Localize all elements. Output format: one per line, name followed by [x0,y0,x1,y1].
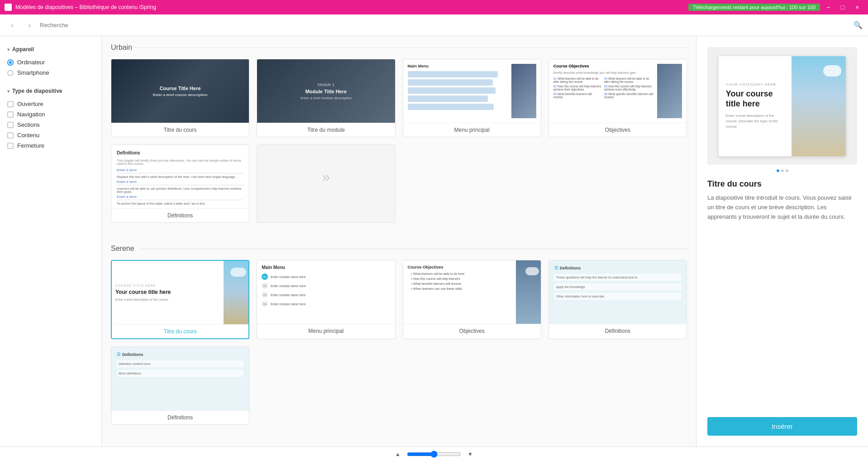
type-section-title[interactable]: ▾ Type de diapositive [0,85,101,97]
template-urban-menu[interactable]: Main Menu Menu principal [403,59,541,137]
urban-module-text: Module Title Here [305,89,347,94]
sidebar-item-smartphone[interactable]: Smartphone [7,67,94,78]
urban-module-subtext: Enter a brief module description [300,96,352,100]
template-serene-course[interactable]: COURSE TITLE HERE Your course title here… [111,260,249,339]
fermeture-label: Fermeture [17,142,44,149]
sidebar-item-navigation[interactable]: Navigation [7,109,94,120]
preview-slide-title: Titre du cours [707,179,857,189]
template-urban-obj[interactable]: Course Objectives Briefly describe what … [548,59,687,137]
urban-obj-title-text: Course Objectives [553,64,653,68]
sidebar-item-fermeture[interactable]: Fermeture [7,140,94,151]
template-urban-module[interactable]: Module 1 Module Title Here Enter a brief… [257,59,395,137]
checkbox-fermeture [7,143,14,149]
titlebar: Modèles de diapositives – Bibliothèque d… [0,0,868,14]
serene-course-title-text: Your course title here [115,289,220,296]
template-serene-defs[interactable]: ☰ Definitions These questions will help … [548,260,687,339]
urban-module-tag: Module 1 [318,82,334,87]
urban-menu-title-text: Main Menu [408,64,508,68]
statusbar: ▲ ▼ [0,447,868,461]
serene-course-label: Titre du cours [112,324,248,338]
dot-2 [781,169,784,172]
checkbox-contenu [7,132,14,139]
urbain-grid: Course Title Here Enter a brief course d… [111,59,687,223]
template-serene-menu[interactable]: Main Menu 01 Enter module name here 02 E… [257,260,395,339]
serene-obj-title-text: Course Objectives [408,265,511,269]
serene-course-sub-text: Enter a brief description of the course. [115,298,220,301]
radio-ordinateur [7,59,14,66]
titlebar-right: Téléchargements restant pour aujourd'hui… [688,1,863,14]
urban-defs-title-text: Definitions [117,150,243,155]
type-label: Type de diapositive [12,88,62,94]
app-title: Modèles de diapositives – Bibliothèque d… [15,4,156,10]
search-icon: 🔍 [854,21,863,29]
serene-menu-thumb: Main Menu 01 Enter module name here 02 E… [257,260,395,324]
serene-menu-label: Menu principal [257,324,395,338]
sections-label: Sections [17,121,40,128]
serene-course-visual: COURSE TITLE HERE Your course title here… [112,261,248,324]
download-badge: Téléchargements restant pour aujourd'hui… [688,4,820,11]
smartphone-label: Smartphone [17,69,49,76]
placeholder-thumb: » [257,145,395,208]
urban-course-visual: Course Title Here Enter a brief course d… [111,59,249,123]
serene-grid: COURSE TITLE HERE Your course title here… [111,260,687,339]
urban-course-text: Course Title Here [153,86,207,91]
urbain-title: Urbain [111,43,687,52]
zoom-in-button[interactable]: ▼ [465,449,476,460]
template-urban-course[interactable]: Course Title Here Enter a brief course d… [111,59,249,137]
serene-title: Serene [111,245,687,253]
contenu-label: Contenu [17,132,39,139]
preview-card-left: YOUR CATEGORY HERE Your course title her… [719,56,792,156]
serene-obj-visual: Course Objectives • What learners will b… [403,260,541,324]
search-input[interactable] [40,22,850,29]
serene-menu-visual: Main Menu 01 Enter module name here 02 E… [257,260,395,324]
maximize-button[interactable]: □ [836,1,849,14]
radio-smartphone [7,70,14,76]
urban-obj-thumb: Course Objectives Briefly describe what … [549,59,687,123]
template-serene-obj[interactable]: Course Objectives • What learners will b… [403,260,541,339]
serene-section: Serene COURSE TITLE HERE Your course tit… [102,237,696,439]
template-placeholder[interactable]: » [257,144,395,223]
type-checkbox-group: Ouverture Navigation Sections Contenu Fe… [0,97,101,153]
navigation-label: Navigation [17,111,45,118]
sidebar-item-contenu[interactable]: Contenu [7,130,94,140]
preview-category: YOUR CATEGORY HERE [726,82,784,86]
urban-module-visual: Module 1 Module Title Here Enter a brief… [257,59,395,123]
dot-3 [786,169,788,172]
template-urban-defs[interactable]: Definitions This chapter will briefly sh… [111,144,249,223]
device-label: Appareil [12,46,34,53]
preview-dots [707,169,857,172]
urban-obj-img [657,64,682,118]
minimize-button[interactable]: − [822,1,835,14]
preview-card: YOUR CATEGORY HERE Your course title her… [719,56,846,156]
urban-course-subtext: Enter a brief course description [153,93,207,97]
template-serene2-defs[interactable]: ☰ Definitions Definition content here. M… [111,346,249,425]
urban-menu-thumb: Main Menu [403,59,541,123]
urban-defs-thumb: Definitions This chapter will briefly sh… [111,145,249,208]
device-section-title[interactable]: ▾ Appareil [0,43,101,55]
app-icon [5,4,12,11]
cloud-shape [823,65,841,77]
sidebar-item-sections[interactable]: Sections [7,120,94,130]
dot-1 [777,169,779,172]
forward-button[interactable]: › [23,19,36,32]
insert-button[interactable]: Insérer [707,417,857,436]
preview-card-title: Your course title here [726,89,784,109]
zoom-slider[interactable] [407,451,461,458]
checkbox-sections [7,122,14,128]
serene-menu-title-text: Main Menu [262,265,390,270]
urban-module-thumb: Module 1 Module Title Here Enter a brief… [257,59,395,123]
sidebar-item-ouverture[interactable]: Ouverture [7,99,94,109]
serene-obj-label: Objectives [403,324,541,338]
content-area: Urbain Course Title Here Enter a brief c… [102,36,696,447]
placeholder-label [257,208,395,216]
back-button[interactable]: ‹ [5,19,19,32]
serene-course-img [224,261,248,324]
close-button[interactable]: × [851,1,863,14]
chevron-down-icon: ▾ [7,47,10,52]
sidebar-item-ordinateur[interactable]: Ordinateur [7,57,94,67]
serene2-defs-visual: ☰ Definitions Definition content here. M… [111,347,249,410]
serene-defs-label: Définitions [549,324,687,338]
serene-course-thumb: COURSE TITLE HERE Your course title here… [112,261,248,324]
zoom-out-button[interactable]: ▲ [392,449,403,460]
searchbar: ‹ › 🔍 [0,14,868,36]
